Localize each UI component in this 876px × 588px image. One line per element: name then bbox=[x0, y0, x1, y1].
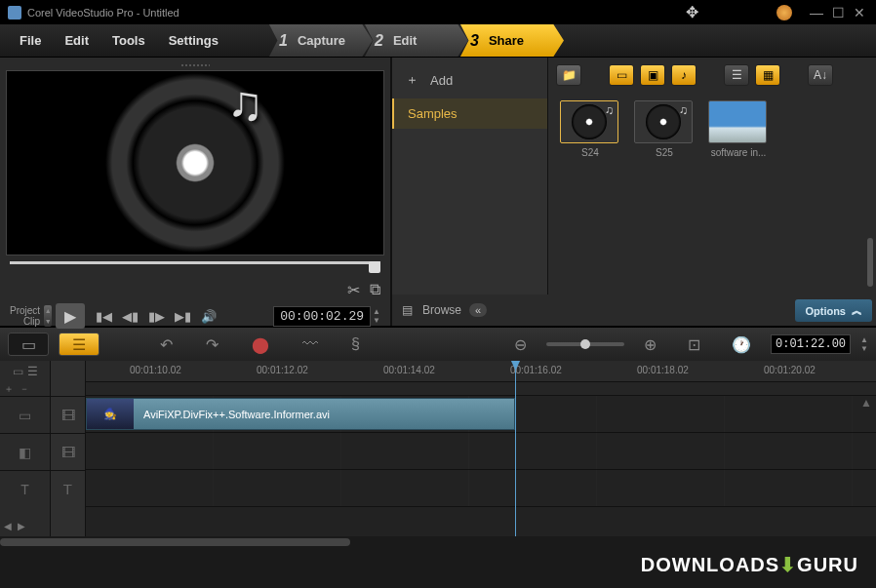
timeline-ruler[interactable]: 00:01:10.02 00:01:12.02 00:01:14.02 00:0… bbox=[86, 361, 876, 382]
chevron-up-icon: ︽ bbox=[852, 303, 862, 318]
browse-icon: ▤ bbox=[402, 303, 413, 317]
watermark: DOWNLOADS⬇GURU bbox=[641, 553, 858, 576]
view-thumb-button[interactable]: ▦ bbox=[755, 64, 780, 86]
cut-icon[interactable]: ✂ bbox=[347, 281, 360, 299]
menu-tools[interactable]: Tools bbox=[100, 33, 157, 48]
window-title: Corel VideoStudio Pro - Untitled bbox=[27, 7, 179, 19]
options-button[interactable]: Options ︽ bbox=[795, 299, 872, 322]
thumb-s24[interactable]: ♫ S24 bbox=[560, 100, 620, 158]
storyboard-view-button[interactable]: ▭ bbox=[8, 333, 49, 356]
app-icon bbox=[8, 6, 21, 20]
preview-screen[interactable]: ♫ bbox=[6, 70, 384, 255]
folder-samples[interactable]: Samples bbox=[392, 98, 547, 129]
duration-spinner[interactable]: ▲▼ bbox=[860, 335, 868, 353]
browse-button[interactable]: ▤ Browse bbox=[402, 303, 461, 317]
add-button[interactable]: ＋ Add bbox=[392, 61, 547, 98]
filter-photo-button[interactable]: ▣ bbox=[640, 64, 665, 86]
title-track-icon[interactable]: ꓔ bbox=[51, 470, 85, 507]
play-button[interactable]: ▶ bbox=[56, 303, 85, 329]
go-end-button[interactable]: ▶▮ bbox=[175, 309, 191, 324]
filter-audio-button[interactable]: ♪ bbox=[671, 64, 697, 86]
zoom-slider[interactable] bbox=[546, 342, 624, 346]
step-share[interactable]: 3 Share bbox=[460, 24, 564, 57]
prev-frame-button[interactable]: ◀▮ bbox=[122, 309, 139, 324]
track-header-video[interactable]: ▭ bbox=[0, 396, 50, 433]
title-track[interactable] bbox=[86, 470, 876, 507]
collapse-button[interactable]: « bbox=[469, 303, 487, 317]
music-note-icon: ♫ bbox=[227, 75, 264, 132]
chapter-row[interactable] bbox=[86, 382, 876, 396]
close-button[interactable]: ✕ bbox=[851, 5, 868, 20]
filter-video-button[interactable]: ▭ bbox=[609, 64, 634, 86]
menu-settings[interactable]: Settings bbox=[157, 33, 230, 48]
remove-marker-icon[interactable]: － bbox=[20, 382, 29, 396]
timeline-hscrollbar[interactable] bbox=[0, 536, 876, 548]
step-capture[interactable]: 1 Capture bbox=[269, 24, 373, 57]
track-manager-icon[interactable]: ▭ bbox=[13, 365, 23, 378]
view-list-button[interactable]: ☰ bbox=[724, 64, 749, 86]
volume-icon[interactable]: 🔊 bbox=[201, 309, 217, 324]
track-options-icon[interactable]: ☰ bbox=[27, 365, 38, 378]
fit-project-button[interactable]: ⊡ bbox=[688, 335, 700, 354]
thumb-s25[interactable]: ♫ S25 bbox=[634, 100, 695, 158]
redo-button[interactable]: ↷ bbox=[206, 335, 219, 354]
split-icon[interactable]: ⧉ bbox=[370, 281, 380, 299]
zoom-in-button[interactable]: ⊕ bbox=[644, 335, 657, 354]
clip-thumbnail: 🧙 bbox=[87, 399, 134, 429]
menu-edit[interactable]: Edit bbox=[53, 33, 100, 48]
preview-content: ♫ bbox=[98, 70, 293, 255]
undo-button[interactable]: ↶ bbox=[160, 335, 173, 354]
timecode-spinner[interactable]: ▲▼ bbox=[373, 307, 380, 325]
track-header-title[interactable]: T bbox=[0, 470, 50, 507]
project-duration-icon: 🕐 bbox=[732, 335, 751, 354]
scroll-right-icon[interactable]: ▶ bbox=[18, 521, 25, 531]
video-track[interactable]: 🧙 AviFiXP.DivFix++.Software.Informer.avi bbox=[86, 396, 876, 433]
menu-file[interactable]: File bbox=[8, 33, 53, 48]
next-frame-button[interactable]: ▮▶ bbox=[148, 309, 165, 324]
scroll-left-icon[interactable]: ◀ bbox=[4, 521, 12, 531]
maximize-button[interactable]: ☐ bbox=[829, 5, 847, 20]
timeline-panel: ▭ ☰ ↶ ↷ ⬤ 〰 § ⊖ ⊕ ⊡ 🕐 0:01:22.00 ▲▼ ▭☰ ＋… bbox=[0, 326, 876, 548]
add-marker-icon[interactable]: ＋ bbox=[4, 382, 14, 396]
timeline-clip[interactable]: 🧙 AviFiXP.DivFix++.Software.Informer.avi bbox=[86, 398, 515, 430]
auto-music-button[interactable]: § bbox=[351, 335, 360, 353]
record-button[interactable]: ⬤ bbox=[252, 335, 269, 354]
mode-labels: Project Clip bbox=[10, 305, 40, 327]
step-edit[interactable]: 2 Edit bbox=[365, 24, 468, 57]
overlay-track-icon[interactable]: 🎞 bbox=[51, 433, 85, 470]
seek-bar[interactable] bbox=[10, 261, 380, 275]
scroll-up-icon[interactable]: ▲ bbox=[860, 396, 872, 410]
timeline-duration: 0:01:22.00 bbox=[771, 334, 851, 354]
preview-panel: ♫ ✂ ⧉ Project Clip ▲▼ ▶ ▮◀ ◀▮ ▮▶ ▶▮ 🔊 00 bbox=[0, 58, 390, 326]
drag-handle-icon[interactable] bbox=[180, 63, 210, 68]
open-folder-button[interactable]: 📁 bbox=[556, 64, 581, 86]
thumb-software[interactable]: software in... bbox=[708, 100, 769, 158]
go-start-button[interactable]: ▮◀ bbox=[96, 309, 112, 324]
preview-timecode[interactable]: 00:00:02.29 bbox=[273, 306, 371, 327]
sort-button[interactable]: A↓ bbox=[808, 64, 833, 86]
track-header-overlay[interactable]: ◧ bbox=[0, 433, 50, 470]
move-icon[interactable]: ✥ bbox=[686, 3, 698, 21]
library-scrollbar[interactable] bbox=[866, 97, 874, 287]
audio-mixer-button[interactable]: 〰 bbox=[302, 335, 318, 353]
video-track-icon[interactable]: 🎞 bbox=[51, 396, 85, 433]
decor-icon bbox=[776, 5, 792, 20]
library-panel: ＋ Add Samples 📁 ▭ ▣ ♪ ☰ ▦ A↓ ♫ S24 bbox=[390, 58, 876, 326]
minimize-button[interactable]: — bbox=[808, 5, 825, 20]
timeline-view-button[interactable]: ☰ bbox=[59, 333, 100, 356]
overlay-track[interactable] bbox=[86, 433, 876, 470]
playhead[interactable] bbox=[515, 361, 516, 536]
plus-icon: ＋ bbox=[406, 71, 418, 89]
zoom-out-button[interactable]: ⊖ bbox=[514, 335, 527, 354]
mode-toggle[interactable]: ▲▼ bbox=[44, 305, 52, 327]
